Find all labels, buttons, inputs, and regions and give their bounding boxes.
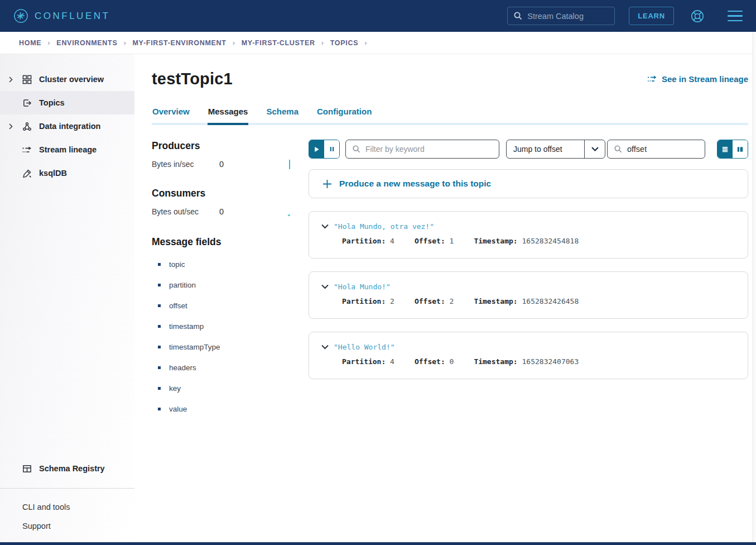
page-title: testTopic1 <box>152 70 233 88</box>
see-in-stream-lineage-link[interactable]: See in Stream lineage <box>647 74 748 84</box>
field-item-partition: partition <box>152 281 290 289</box>
bullet-icon <box>158 325 161 328</box>
bullet-icon <box>158 387 161 390</box>
metrics-panel: Producers Bytes in/sec 0 Consumers Bytes… <box>152 125 309 426</box>
message-card: "Hola Mundo, otra vez!" Partition: 4 Off… <box>309 211 748 259</box>
sidebar-item-cluster-overview[interactable]: Cluster overview <box>0 68 134 91</box>
search-icon <box>352 145 361 154</box>
sidebar-item-topics[interactable]: Topics <box>0 91 134 114</box>
spacer <box>9 147 17 153</box>
message-card: "Hola Mundo!" Partition: 2 Offset: 2 Tim… <box>309 271 748 319</box>
bullet-icon <box>158 304 161 307</box>
chevron-right-icon[interactable] <box>9 123 17 130</box>
bytes-in-row: Bytes in/sec 0 <box>152 160 290 169</box>
search-icon <box>513 11 523 21</box>
breadcrumb-home[interactable]: HOME <box>19 39 41 47</box>
play-button[interactable] <box>309 140 324 158</box>
breadcrumb-environment[interactable]: MY-FIRST-ENVIRONMENT <box>132 39 226 47</box>
offset-label: Offset: <box>415 237 445 245</box>
timestamp-value: 1652832454818 <box>522 237 579 245</box>
offset-search-input[interactable] <box>627 145 699 154</box>
tab-schema[interactable]: Schema <box>266 107 299 125</box>
field-item-value: value <box>152 405 290 413</box>
jump-select-value: Jump to offset <box>507 145 584 154</box>
field-item-key: key <box>152 384 290 393</box>
bullet-icon <box>158 346 161 348</box>
cluster-grid-icon <box>21 75 32 84</box>
chevron-down-icon[interactable] <box>320 343 330 351</box>
sidebar-item-data-integration[interactable]: Data integration <box>0 114 134 138</box>
offset-value: 1 <box>450 237 454 245</box>
message-value[interactable]: "Hello World!" <box>334 343 395 351</box>
message-fields-heading: Message fields <box>152 236 290 248</box>
chevron-down-icon[interactable] <box>584 140 605 158</box>
learn-button[interactable]: LEARN <box>629 7 674 25</box>
timestamp-value: 1652832407063 <box>522 357 579 366</box>
field-item-timestamptype: timestampType <box>152 343 290 351</box>
tab-overview[interactable]: Overview <box>152 107 190 125</box>
offset-search-field[interactable] <box>607 140 705 159</box>
brand-text: CONFLUENT <box>35 11 110 22</box>
confluent-logo-icon <box>13 8 28 23</box>
jump-to-offset-select[interactable]: Jump to offset <box>506 140 605 159</box>
stream-catalog-input[interactable] <box>527 12 609 21</box>
message-meta: Partition: 2 Offset: 2 Timestamp: 165283… <box>320 297 736 305</box>
card-view-button[interactable] <box>733 140 748 158</box>
chevron-right-icon[interactable] <box>9 77 17 83</box>
partition-value: 2 <box>390 297 394 305</box>
consumers-heading: Consumers <box>152 188 290 199</box>
lineage-link-label: See in Stream lineage <box>662 74 748 84</box>
chevron-down-icon[interactable] <box>320 283 330 290</box>
ksqldb-pen-icon <box>21 169 32 178</box>
bottom-edge-bar <box>0 542 756 545</box>
bullet-icon <box>158 366 161 369</box>
list-view-button[interactable] <box>718 140 733 158</box>
sidebar-item-label: Topics <box>39 98 65 107</box>
breadcrumb-cluster[interactable]: MY-FIRST-CLUSTER <box>242 39 315 47</box>
sidebar-item-label: Schema Registry <box>39 464 105 473</box>
breadcrumb-environments[interactable]: ENVIRONMENTS <box>56 39 117 47</box>
confluent-logo[interactable]: CONFLUENT <box>13 8 110 23</box>
bytes-in-sparkline <box>289 160 290 169</box>
message-value[interactable]: "Hola Mundo!" <box>334 283 391 291</box>
timestamp-value: 1652832426458 <box>522 297 579 305</box>
bytes-in-label: Bytes in/sec <box>152 160 219 169</box>
sidebar-link-support[interactable]: Support <box>0 517 134 536</box>
message-meta: Partition: 4 Offset: 1 Timestamp: 165283… <box>320 237 736 245</box>
bullet-icon <box>158 408 161 410</box>
play-pause-toggle <box>309 140 340 159</box>
message-card: "Hello World!" Partition: 4 Offset: 0 Ti… <box>309 332 748 379</box>
sidebar-link-cli-and-tools[interactable]: CLI and tools <box>0 498 134 517</box>
pause-button[interactable] <box>324 140 339 158</box>
cluster-sidebar: Cluster overview Topics <box>0 54 134 542</box>
scrollbar[interactable] <box>753 32 756 542</box>
produce-message-button[interactable]: Produce a new message to this topic <box>309 169 748 198</box>
bytes-out-label: Bytes out/sec <box>152 207 219 216</box>
sidebar-item-stream-lineage[interactable]: Stream lineage <box>0 138 134 161</box>
offset-value: 2 <box>450 297 454 305</box>
field-item-offset: offset <box>152 302 290 310</box>
tab-configuration[interactable]: Configuration <box>316 107 372 125</box>
view-mode-toggle <box>717 140 748 159</box>
partition-value: 4 <box>390 237 394 245</box>
message-value[interactable]: "Hola Mundo, otra vez!" <box>334 222 434 231</box>
sidebar-item-schema-registry[interactable]: Schema Registry <box>0 457 134 480</box>
sidebar-item-label: ksqlDB <box>39 169 67 178</box>
stream-catalog-search[interactable] <box>507 7 615 25</box>
tab-messages[interactable]: Messages <box>208 107 249 125</box>
keyword-filter-field[interactable] <box>345 140 499 159</box>
offset-label: Offset: <box>415 357 445 366</box>
sidebar-item-label: Cluster overview <box>39 75 104 84</box>
breadcrumb-separator: › <box>123 39 126 47</box>
support-lifebuoy-icon[interactable] <box>690 8 705 24</box>
breadcrumb-separator: › <box>233 39 235 47</box>
bytes-out-value: 0 <box>219 207 224 216</box>
spacer <box>9 466 17 472</box>
breadcrumb-topics[interactable]: TOPICS <box>330 39 359 47</box>
timestamp-label: Timestamp: <box>474 297 517 305</box>
sidebar-item-ksqldb[interactable]: ksqlDB <box>0 161 134 185</box>
producers-heading: Producers <box>152 140 290 152</box>
chevron-down-icon[interactable] <box>320 223 330 230</box>
keyword-filter-input[interactable] <box>365 145 493 154</box>
menu-hamburger-icon[interactable] <box>726 9 744 22</box>
